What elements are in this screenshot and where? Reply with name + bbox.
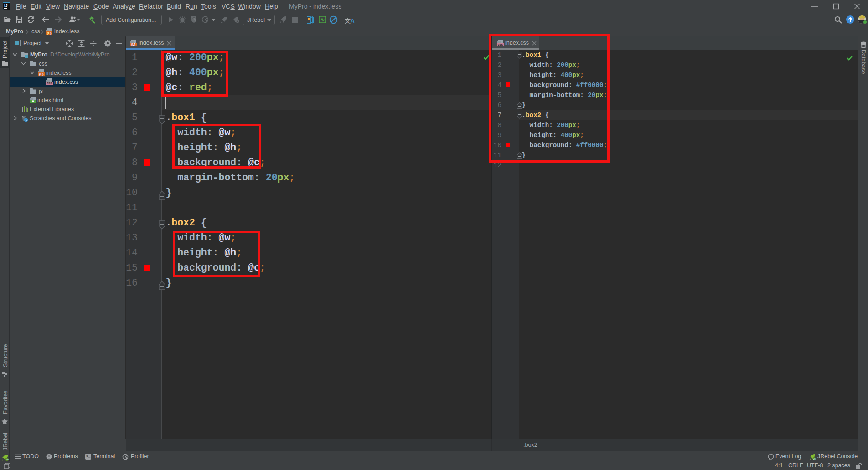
svg-text:JR: JR [6, 458, 9, 461]
